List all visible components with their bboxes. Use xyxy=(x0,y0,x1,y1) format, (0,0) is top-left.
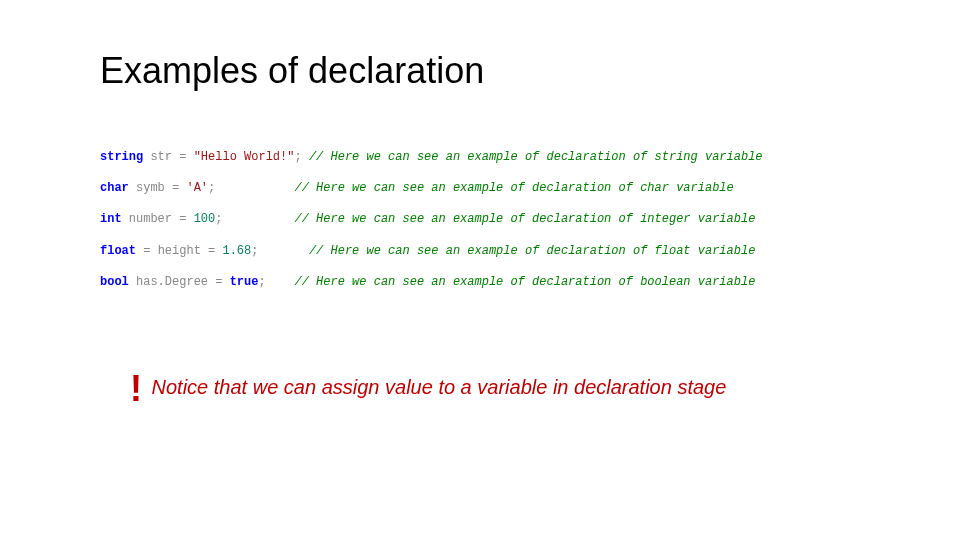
number-literal: 1.68 xyxy=(222,244,251,258)
code-example-block: string str = "Hello World!"; // Here we … xyxy=(100,142,860,298)
char-literal: 'A' xyxy=(186,181,208,195)
comment: // Here we can see an example of declara… xyxy=(309,150,763,164)
exclamation-icon: ! xyxy=(130,368,142,409)
comment: // Here we can see an example of declara… xyxy=(294,181,733,195)
code-line-5: bool has.Degree = true; // Here we can s… xyxy=(100,275,755,289)
code-line-1: string str = "Hello World!"; // Here we … xyxy=(100,150,763,164)
identifier: str xyxy=(150,150,172,164)
notice-body: Notice that we can assign value to a var… xyxy=(146,376,726,398)
identifier: symb xyxy=(136,181,165,195)
code-line-2: char symb = 'A'; // Here we can see an e… xyxy=(100,181,734,195)
keyword: float xyxy=(100,244,136,258)
identifier: height xyxy=(158,244,201,258)
notice-text: ! Notice that we can assign value to a v… xyxy=(130,368,860,410)
slide-title: Examples of declaration xyxy=(100,50,860,92)
keyword: char xyxy=(100,181,129,195)
comment: // Here we can see an example of declara… xyxy=(294,212,755,226)
string-literal: "Hello World!" xyxy=(194,150,295,164)
boolean-literal: true xyxy=(230,275,259,289)
comment: // Here we can see an example of declara… xyxy=(294,275,755,289)
keyword: int xyxy=(100,212,122,226)
code-line-4: float = height = 1.68; // Here we can se… xyxy=(100,244,755,258)
number-literal: 100 xyxy=(194,212,216,226)
comment: // Here we can see an example of declara… xyxy=(309,244,755,258)
keyword: string xyxy=(100,150,143,164)
identifier: number xyxy=(129,212,172,226)
keyword: bool xyxy=(100,275,129,289)
code-line-3: int number = 100; // Here we can see an … xyxy=(100,212,755,226)
identifier: has.Degree xyxy=(136,275,208,289)
